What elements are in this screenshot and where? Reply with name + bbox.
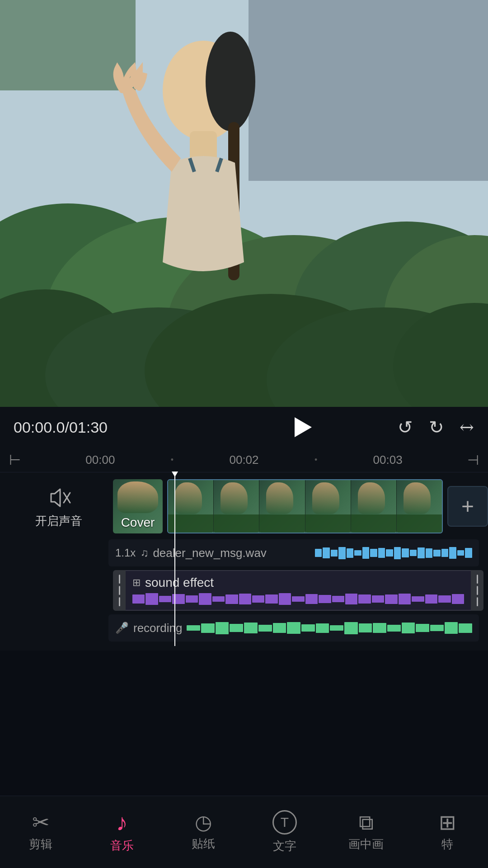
sound-effect-row: ⊞ sound effect [9, 570, 488, 611]
filmstrip-frame [214, 480, 259, 533]
timeline-area: ⊢ 00:00 • 00:02 • 00:03 ⊣ [0, 448, 488, 651]
recording-waveform [187, 621, 472, 635]
cover-label: Cover [121, 515, 155, 533]
music-note-icon: ♫ [140, 547, 148, 559]
audio-track[interactable]: 1.1x ♫ dealer_new_msg.wav [108, 539, 479, 566]
time-display: 00:00.0/01:30 [14, 419, 206, 436]
bottom-nav: ✂ 剪辑 ♪ 音乐 ◷ 贴纸 T 文字 ⧉ 画中画 ⊞ 特 [0, 796, 488, 868]
timestamp-0: 00:00 [30, 453, 171, 467]
nav-item-music[interactable]: ♪ 音乐 [95, 811, 149, 854]
nav-label-music: 音乐 [110, 838, 134, 854]
nav-item-edit[interactable]: ✂ 剪辑 [14, 812, 68, 852]
audio-speed: 1.1x [115, 547, 136, 559]
nav-label-sticker: 贴纸 [192, 836, 215, 852]
mute-label: 开启声音 [35, 513, 82, 529]
add-clip-button[interactable]: + [447, 486, 488, 527]
video-track-row: 开启声音 Cover [9, 477, 488, 536]
controls-bar: 00:00.0/01:30 ↺ ↻ ⤢ [0, 407, 488, 448]
timeline-ruler: ⊢ 00:00 • 00:02 • 00:03 ⊣ [0, 448, 488, 472]
filmstrip-frame [305, 480, 351, 533]
se-handle-left[interactable] [113, 570, 126, 611]
nav-label-more: 特 [441, 836, 453, 852]
timestamp-2: 00:03 [317, 453, 458, 467]
expand-button[interactable]: ⤢ [455, 415, 479, 439]
timeline-nav-left[interactable]: ⊢ [9, 452, 21, 468]
audio-waveform [315, 546, 472, 560]
filmstrip-frame [397, 480, 442, 533]
svg-rect-17 [0, 0, 488, 407]
nav-label-text: 文字 [273, 838, 296, 854]
filmstrip-frame [168, 480, 214, 533]
mute-button[interactable] [43, 484, 75, 511]
text-icon: T [272, 810, 297, 835]
video-filmstrip[interactable] [167, 479, 443, 533]
se-handle-right[interactable] [471, 570, 483, 611]
recording-track[interactable]: 🎤 recording [108, 614, 479, 642]
sound-effect-waveform [132, 593, 464, 605]
nav-item-sticker[interactable]: ◷ 贴纸 [176, 812, 230, 852]
nav-label-edit: 剪辑 [29, 836, 52, 852]
sticker-icon: ◷ [195, 812, 212, 832]
nav-item-pip[interactable]: ⧉ 画中画 [339, 812, 393, 852]
track-container: 开启声音 Cover [0, 472, 488, 646]
audio-filename: dealer_new_msg.wav [153, 546, 310, 560]
mic-icon: 🎤 [115, 622, 129, 634]
filmstrip-frame [351, 480, 397, 533]
audio-track-row: 1.1x ♫ dealer_new_msg.wav [9, 539, 488, 566]
play-button[interactable] [206, 411, 398, 443]
timestamp-1: 00:02 [174, 453, 314, 467]
music-icon: ♪ [116, 811, 128, 834]
cover-thumbnail[interactable]: Cover [113, 479, 163, 533]
scissors-icon: ✂ [32, 812, 50, 833]
track-area: 开启声音 Cover [0, 472, 488, 646]
timeline-nav-right[interactable]: ⊣ [467, 452, 479, 468]
nav-item-more[interactable]: ⊞ 特 [420, 812, 474, 852]
filmstrip-frame [259, 480, 305, 533]
recording-label: recording [133, 621, 182, 635]
nav-item-text[interactable]: T 文字 [258, 810, 312, 854]
nav-label-pip: 画中画 [348, 836, 384, 852]
track-label-area: 开启声音 [9, 484, 108, 529]
sound-effect-label: sound effect [145, 576, 214, 590]
redo-button[interactable]: ↻ [429, 417, 444, 438]
play-icon [295, 417, 312, 437]
video-background [0, 0, 488, 407]
video-preview [0, 0, 488, 407]
mute-icon [47, 486, 71, 509]
sound-effect-track[interactable]: ⊞ sound effect [126, 570, 471, 611]
recording-track-row: 🎤 recording [9, 614, 488, 642]
undo-button[interactable]: ↺ [398, 417, 413, 438]
pip-icon: ⧉ [359, 812, 374, 833]
soundwave-icon: ⊞ [132, 577, 141, 589]
add-icon: + [461, 495, 474, 517]
more-icon: ⊞ [439, 812, 456, 833]
